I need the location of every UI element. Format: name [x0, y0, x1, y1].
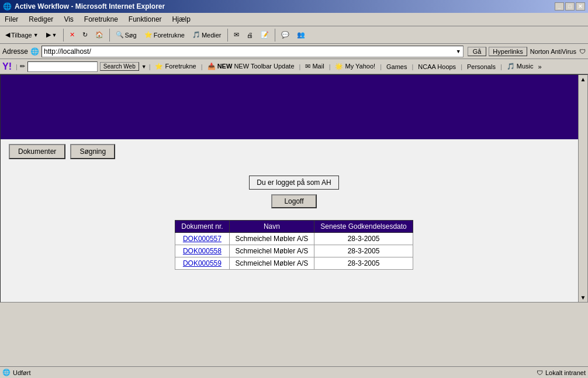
- content-area: Dokumenter Søgning Du er logget på som A…: [0, 74, 588, 303]
- messenger-icon: 💬: [281, 31, 289, 39]
- table-header-dato: Seneste Godkendelsesdato: [314, 221, 413, 233]
- home-icon: 🏠: [95, 31, 103, 39]
- media-icon: 🎵: [192, 31, 200, 39]
- doc-navn: Schmeichel Møbler A/S: [229, 245, 314, 257]
- refresh-icon: ↻: [82, 31, 88, 39]
- address-label: Adresse: [2, 47, 28, 56]
- doc-link[interactable]: DOK000559: [183, 259, 222, 267]
- edit-button[interactable]: 📝: [258, 29, 272, 40]
- go-button[interactable]: Gå: [468, 47, 487, 56]
- mail-icon: ✉: [234, 31, 239, 39]
- yahoo-separator-2: |: [149, 63, 151, 70]
- yahoo-toolbar-myyahoo[interactable]: 🌟 My Yahoo!: [333, 62, 378, 71]
- yahoo-separator-1: |: [16, 63, 18, 70]
- menu-bar: Filer Rediger Vis Foretrukne Funktioner …: [0, 13, 588, 26]
- maximize-button[interactable]: □: [565, 2, 575, 11]
- window-title-bar: 🌐 Active Workflow - Microsoft Internet E…: [0, 0, 588, 13]
- messenger-button[interactable]: 💬: [278, 29, 292, 40]
- scrollbar[interactable]: ▲ ▼: [578, 75, 587, 302]
- table-row: DOK000557Schmeichel Møbler A/S28-3-2005: [175, 233, 413, 245]
- login-status: Du er logget på som AH: [249, 176, 338, 190]
- mail-button[interactable]: ✉: [231, 29, 242, 40]
- menu-funktioner[interactable]: Funktioner: [126, 14, 164, 25]
- address-input[interactable]: [42, 46, 454, 57]
- table-row: DOK000559Schmeichel Møbler A/S28-3-2005: [175, 257, 413, 270]
- favorites-button[interactable]: ⭐ Foretrukne: [141, 29, 188, 40]
- home-button[interactable]: 🏠: [92, 29, 106, 40]
- stop-icon: ✕: [70, 31, 75, 39]
- doc-dato: 28-3-2005: [314, 233, 413, 245]
- forward-dropdown-icon[interactable]: ▼: [52, 32, 57, 38]
- users-icon: 👥: [297, 31, 305, 39]
- minimize-button[interactable]: _: [555, 2, 564, 11]
- print-icon: 🖨: [247, 32, 253, 39]
- back-dropdown-icon[interactable]: ▼: [33, 32, 39, 38]
- back-icon: ◀: [5, 31, 10, 39]
- search-label: Søg: [125, 32, 137, 39]
- edit-icon: 📝: [261, 31, 269, 39]
- address-extra: Hyperlinks Norton AntiVirus 🛡: [489, 47, 586, 56]
- media-button[interactable]: 🎵 Medier: [189, 29, 224, 40]
- norton-icon: 🛡: [579, 48, 586, 55]
- yahoo-toolbar-personals[interactable]: Personals: [465, 63, 498, 71]
- nav-soegning-button[interactable]: Søgning: [70, 144, 115, 159]
- favorites-label: Foretrukne: [154, 32, 185, 39]
- yahoo-search-button[interactable]: Search Web: [100, 62, 139, 71]
- yahoo-toolbar-ncaa[interactable]: NCAA Hoops: [416, 63, 458, 71]
- stop-button[interactable]: ✕: [67, 29, 78, 40]
- forward-icon: ▶: [46, 31, 51, 39]
- norton-antivirus-label: Norton AntiVirus: [530, 48, 576, 55]
- table-header-docnr: Dokument nr.: [175, 221, 229, 233]
- address-icon: 🌐: [30, 47, 39, 56]
- search-button[interactable]: 🔍 Søg: [113, 29, 140, 40]
- nav-dokumenter-button[interactable]: Dokumenter: [9, 144, 65, 159]
- window-controls[interactable]: _ □ ✕: [555, 2, 585, 11]
- main-toolbar: ◀ Tilbage ▼ ▶ ▼ ✕ ↻ 🏠 🔍 Søg ⭐ Foretrukne…: [0, 26, 588, 44]
- menu-vis[interactable]: Vis: [61, 14, 75, 25]
- title-left: 🌐 Active Workflow - Microsoft Internet E…: [3, 2, 165, 11]
- address-bar: Adresse 🌐 ▼ Gå Hyperlinks Norton AntiVir…: [0, 44, 588, 59]
- logoff-button[interactable]: Logoff: [271, 194, 316, 208]
- yahoo-search-input[interactable]: [27, 61, 98, 72]
- yahoo-toolbar-mail[interactable]: ✉ Mail: [303, 62, 326, 71]
- table-row: DOK000558Schmeichel Møbler A/S28-3-2005: [175, 245, 413, 257]
- yahoo-toolbar-games[interactable]: Games: [384, 63, 409, 71]
- address-input-wrap[interactable]: ▼: [41, 46, 464, 57]
- refresh-button[interactable]: ↻: [79, 29, 91, 40]
- media-label: Medier: [202, 32, 222, 39]
- print-button[interactable]: 🖨: [244, 30, 256, 40]
- yahoo-toolbar-music[interactable]: 🎵 Music: [504, 62, 536, 71]
- yahoo-toolbar-favorites[interactable]: ⭐ Foretrukne: [153, 62, 198, 71]
- forward-button[interactable]: ▶ ▼: [43, 29, 60, 40]
- doc-navn: Schmeichel Møbler A/S: [229, 233, 314, 245]
- menu-hjaelp[interactable]: Hjælp: [170, 14, 193, 25]
- page-nav: Dokumenter Søgning: [1, 139, 587, 164]
- menu-filer[interactable]: Filer: [2, 14, 20, 25]
- document-table: Dokument nr. Navn Seneste Godkendelsesda…: [175, 220, 413, 270]
- yahoo-toolbar-update[interactable]: 📥 NEW NEW Toolbar Update: [205, 62, 297, 71]
- toolbar-separator-2: [109, 29, 110, 42]
- toolbar-separator-1: [63, 29, 64, 42]
- back-button[interactable]: ◀ Tilbage ▼: [2, 29, 41, 40]
- yahoo-pen-icon[interactable]: ✏: [20, 63, 25, 70]
- window-icon: 🌐: [3, 2, 12, 11]
- users-button[interactable]: 👥: [294, 29, 308, 40]
- menu-rediger[interactable]: Rediger: [26, 14, 56, 25]
- yahoo-toolbar-more-icon[interactable]: »: [538, 63, 542, 70]
- hyperlinks-button[interactable]: Hyperlinks: [489, 47, 527, 56]
- scroll-up-button[interactable]: ▲: [579, 75, 587, 84]
- menu-foretrukne[interactable]: Foretrukne: [82, 14, 120, 25]
- page-header: [1, 75, 587, 139]
- table-header-navn: Navn: [229, 221, 314, 233]
- doc-link[interactable]: DOK000558: [183, 247, 222, 255]
- address-dropdown-icon[interactable]: ▼: [454, 49, 463, 54]
- close-button[interactable]: ✕: [576, 2, 585, 11]
- search-icon: 🔍: [116, 31, 124, 39]
- scroll-down-button[interactable]: ▼: [579, 293, 587, 302]
- toolbar-separator-3: [227, 29, 228, 42]
- doc-link[interactable]: DOK000557: [183, 235, 222, 243]
- yahoo-dropdown-icon[interactable]: ▼: [141, 64, 147, 70]
- yahoo-logo: Y!: [2, 61, 12, 72]
- yahoo-toolbar: Y! | ✏ Search Web ▼ | ⭐ Foretrukne | 📥 N…: [0, 59, 588, 74]
- toolbar-separator-4: [275, 29, 275, 42]
